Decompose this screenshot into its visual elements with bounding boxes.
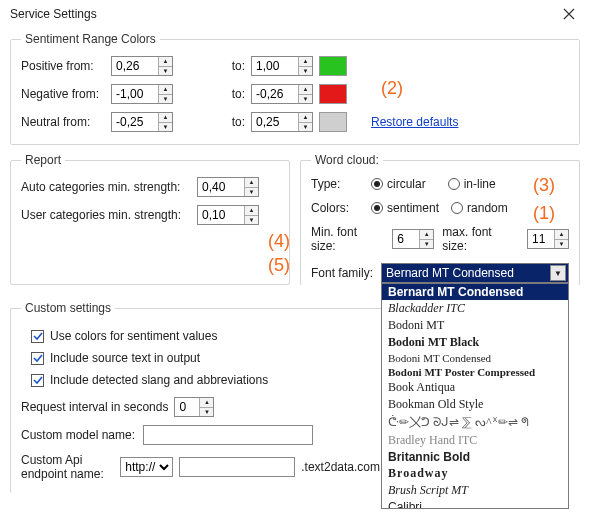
- spin-down-icon: ▼: [159, 67, 172, 76]
- user-cat-label: User categories min. strength:: [21, 208, 191, 222]
- wc-fontfamily-label: Font family:: [311, 266, 373, 280]
- font-option[interactable]: Book Antiqua: [382, 379, 568, 396]
- chk-use-colors[interactable]: Use colors for sentiment values: [31, 329, 217, 343]
- custom-group: Custom settings Use colors for sentiment…: [10, 301, 390, 493]
- positive-to-input[interactable]: ▲▼: [251, 56, 313, 76]
- annotation-3: (3): [533, 175, 555, 196]
- font-option[interactable]: Bodoni MT Black: [382, 334, 568, 351]
- api-endpoint-input[interactable]: [179, 457, 295, 477]
- positive-from-label: Positive from:: [21, 59, 105, 73]
- close-button[interactable]: [554, 4, 584, 24]
- wordcloud-group: Word cloud: Type: circular in-line (3) C…: [300, 153, 580, 285]
- negative-from-input[interactable]: ▲▼: [111, 84, 173, 104]
- wc-maxfont-input[interactable]: ▲▼: [527, 229, 569, 249]
- annotation-1: (1): [533, 203, 555, 224]
- api-endpoint-label: Custom Api endpoint name:: [21, 453, 114, 481]
- wc-colors-sentiment-radio[interactable]: sentiment: [371, 201, 439, 215]
- negative-from-label: Negative from:: [21, 87, 105, 101]
- auto-cat-label: Auto categories min. strength:: [21, 180, 191, 194]
- report-legend: Report: [21, 153, 65, 167]
- wc-fontfamily-list[interactable]: Bernard MT CondensedBlackadder ITCBodoni…: [381, 283, 569, 509]
- neutral-color-swatch[interactable]: [319, 112, 347, 132]
- wc-type-circular-radio[interactable]: circular: [371, 177, 426, 191]
- negative-to-input[interactable]: ▲▼: [251, 84, 313, 104]
- chk-include-slang[interactable]: Include detected slang and abbreviations: [31, 373, 268, 387]
- wc-minfont-label: Min. font size:: [311, 225, 384, 253]
- restore-defaults-link[interactable]: Restore defaults: [371, 115, 458, 129]
- neutral-from-label: Neutral from:: [21, 115, 105, 129]
- neutral-to-label: to:: [201, 115, 245, 129]
- font-option[interactable]: Bradley Hand ITC: [382, 432, 568, 449]
- chk-include-source[interactable]: Include source text in output: [31, 351, 200, 365]
- positive-color-swatch[interactable]: [319, 56, 347, 76]
- interval-label: Request interval in seconds: [21, 400, 168, 414]
- wc-type-inline-radio[interactable]: in-line: [448, 177, 496, 191]
- font-option[interactable]: Broadway: [382, 465, 568, 482]
- font-option[interactable]: Calibri: [382, 499, 568, 509]
- wc-maxfont-label: max. font size:: [442, 225, 519, 253]
- font-option[interactable]: Bodoni MT Poster Compressed: [382, 365, 568, 379]
- auto-cat-input[interactable]: ▲▼: [197, 177, 259, 197]
- font-option[interactable]: Bookman Old Style: [382, 396, 568, 413]
- neutral-to-input[interactable]: ▲▼: [251, 112, 313, 132]
- model-name-input[interactable]: [143, 425, 313, 445]
- font-option[interactable]: Britannic Bold: [382, 449, 568, 465]
- positive-to-label: to:: [201, 59, 245, 73]
- font-option[interactable]: ᕩ✏〤ᕤ ᘐᒍ⇌ ⅀ ᔓ^ᕁ✏⇌ ᖗ: [382, 413, 568, 432]
- wc-colors-label: Colors:: [311, 201, 363, 215]
- api-protocol-select[interactable]: http://: [120, 457, 173, 477]
- chevron-down-icon: ▼: [550, 265, 566, 281]
- wc-colors-random-radio[interactable]: random: [451, 201, 508, 215]
- font-option[interactable]: Bodoni MT: [382, 317, 568, 334]
- wc-minfont-input[interactable]: ▲▼: [392, 229, 434, 249]
- wordcloud-legend: Word cloud:: [311, 153, 383, 167]
- font-option[interactable]: Brush Script MT: [382, 482, 568, 499]
- sentiment-group: Sentiment Range Colors Positive from: ▲▼…: [10, 32, 580, 145]
- wc-fontfamily-combo[interactable]: Bernard MT Condensed ▼: [381, 263, 569, 283]
- api-suffix: .text2data.com: [301, 460, 380, 474]
- user-cat-input[interactable]: ▲▼: [197, 205, 259, 225]
- custom-legend: Custom settings: [21, 301, 115, 315]
- neutral-from-input[interactable]: ▲▼: [111, 112, 173, 132]
- annotation-2: (2): [381, 78, 403, 99]
- negative-color-swatch[interactable]: [319, 84, 347, 104]
- interval-input[interactable]: ▲▼: [174, 397, 214, 417]
- model-name-label: Custom model name:: [21, 428, 137, 442]
- font-option[interactable]: Bodoni MT Condensed: [382, 351, 568, 365]
- spin-up-icon: ▲: [159, 57, 172, 67]
- positive-from-input[interactable]: ▲▼: [111, 56, 173, 76]
- wc-type-label: Type:: [311, 177, 363, 191]
- negative-to-label: to:: [201, 87, 245, 101]
- font-option[interactable]: Bernard MT Condensed: [382, 284, 568, 300]
- sentiment-legend: Sentiment Range Colors: [21, 32, 160, 46]
- font-option[interactable]: Blackadder ITC: [382, 300, 568, 317]
- report-group: Report Auto categories min. strength: ▲▼…: [10, 153, 290, 285]
- window-title: Service Settings: [10, 7, 97, 21]
